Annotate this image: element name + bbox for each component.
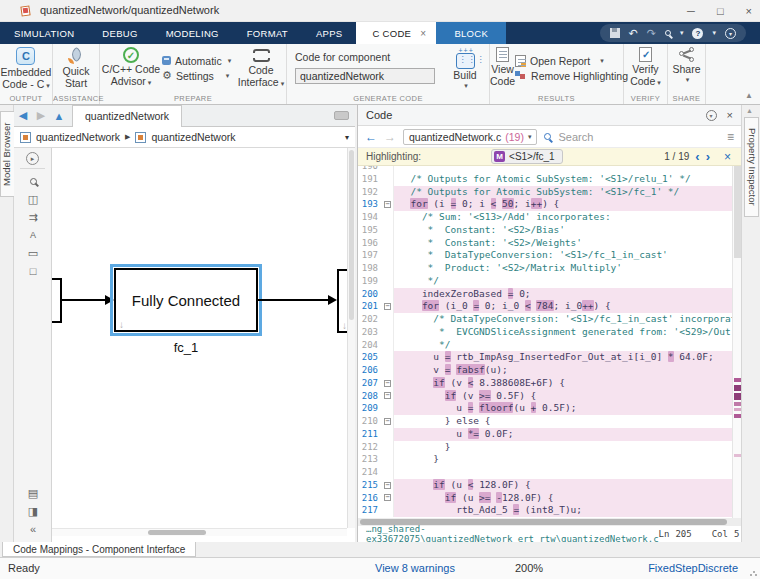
block-name-label[interactable]: fc_1: [114, 340, 258, 355]
dropdown-arrow-icon: ▾: [686, 76, 690, 84]
signal-line[interactable]: [258, 299, 328, 301]
redo-icon[interactable]: ↷: [647, 28, 656, 38]
next-match-icon[interactable]: ›: [706, 152, 710, 162]
navigate-up-icon[interactable]: ▲: [50, 110, 68, 122]
quick-access-toolbar: ↶ ↷ ▾ ? ▾ ▾: [600, 24, 746, 42]
search-icon[interactable]: [665, 30, 671, 36]
component-field[interactable]: [295, 68, 435, 84]
settings-button[interactable]: ⚙ Settings ▾: [162, 68, 236, 83]
navigate-back-icon[interactable]: ◀: [14, 109, 32, 122]
fold-toggle-icon[interactable]: −: [382, 377, 393, 390]
maximize-button[interactable]: □: [717, 5, 724, 17]
undo-icon[interactable]: ↶: [629, 28, 638, 38]
minimize-button[interactable]: ─: [687, 5, 695, 17]
signal-routing-icon[interactable]: ⇉: [14, 208, 52, 226]
code-interface-button[interactable]: Code Interface▾: [236, 44, 286, 96]
collapse-strip-icon[interactable]: ▲: [746, 107, 753, 114]
help-icon[interactable]: ?: [692, 28, 703, 39]
code-menu-icon[interactable]: ≡: [727, 130, 734, 144]
canvas-horizontal-scrollbar[interactable]: [52, 528, 347, 536]
automatic-button[interactable]: Automatic ▾: [162, 53, 236, 68]
tab-block[interactable]: BLOCK: [436, 22, 506, 44]
line-number-gutter: 198: [358, 262, 382, 275]
fully-connected-block[interactable]: Fully Connected ↓: [114, 268, 258, 332]
app-window: quantizedNetwork/quantizedNetwork ─ □ × …: [0, 0, 760, 579]
fold-toggle-icon[interactable]: −: [382, 479, 393, 492]
update-diagram-icon[interactable]: ◨: [14, 502, 52, 520]
build-button[interactable]: Build ▾: [442, 44, 488, 96]
embedded-code-button[interactable]: C Embedded Code - C▾: [1, 44, 52, 96]
screenshot-icon[interactable]: ▤: [14, 484, 52, 502]
tab-c-code[interactable]: C CODE ×: [356, 22, 436, 44]
previous-match-icon[interactable]: ‹: [695, 152, 699, 162]
remove-highlighting-button[interactable]: Remove Highlighting: [515, 68, 628, 83]
resize-grip[interactable]: [750, 569, 757, 576]
breadcrumb-item-current[interactable]: quantizedNetwork: [151, 131, 235, 143]
minimize-ribbon-icon[interactable]: ▲: [745, 91, 753, 100]
group-label-results: RESULTS: [490, 94, 623, 103]
zoom-tool-icon[interactable]: [14, 172, 52, 190]
tab-modeling[interactable]: MODELING: [152, 22, 233, 44]
navigate-forward-icon[interactable]: ▶: [32, 109, 50, 122]
code-mappings-tab[interactable]: Code Mappings - Component Interface: [2, 542, 196, 557]
tab-debug[interactable]: DEBUG: [88, 22, 151, 44]
model-tab[interactable]: quantizedNetwork: [72, 105, 182, 127]
fold-toggle-icon[interactable]: −: [382, 390, 393, 403]
code-advisor-button[interactable]: ✓ C/C++ Code Advisor▾: [100, 44, 162, 96]
model-canvas[interactable]: Fully Connected ↓ fc_1 ↓: [52, 148, 355, 542]
line-label: Ln: [659, 529, 670, 539]
panel-menu-icon[interactable]: ▾: [706, 110, 717, 121]
verify-code-button[interactable]: Verify Code▾: [630, 44, 661, 96]
code-forward-icon[interactable]: →: [384, 130, 396, 144]
fold-toggle-icon[interactable]: −: [382, 198, 393, 211]
view-code-icon: [496, 47, 509, 62]
breadcrumb-item-root[interactable]: quantizedNetwork: [36, 131, 120, 143]
save-icon[interactable]: [610, 28, 620, 38]
highlight-badge[interactable]: M <S1>/fc_1: [491, 149, 563, 164]
line-number-gutter: 213: [358, 453, 382, 466]
quick-start-button[interactable]: Quick Start: [63, 44, 90, 96]
profile-icon[interactable]: ▾: [725, 28, 736, 39]
fold-toggle-icon[interactable]: −: [382, 492, 393, 505]
signal-line[interactable]: [62, 299, 106, 301]
open-report-button[interactable]: Open Report ▾: [515, 53, 628, 68]
canvas-vertical-scrollbar[interactable]: [347, 148, 355, 528]
warnings-link[interactable]: View 8 warnings: [375, 562, 455, 574]
file-path: …ng_shared-ex33672075\quantizedNetwork_e…: [366, 524, 659, 544]
code-line: 203 * EVCGNDSliceAssignment generated fr…: [358, 326, 732, 339]
view-code-button[interactable]: View Code: [490, 44, 515, 96]
code-search-input[interactable]: [558, 131, 688, 143]
tab-overflow-badge[interactable]: [334, 111, 349, 120]
file-selector[interactable]: quantizedNetwork.c (19) ▾: [403, 129, 537, 145]
search-dropdown-icon[interactable]: ▾: [680, 29, 684, 37]
code-vertical-scrollbar[interactable]: [732, 166, 741, 518]
tab-simulation[interactable]: SIMULATION: [0, 22, 88, 44]
code-back-icon[interactable]: ←: [365, 130, 377, 144]
clear-highlighting-icon[interactable]: ×: [724, 150, 731, 164]
show-explorer-icon[interactable]: ▸: [26, 152, 39, 165]
line-number-gutter: 193: [358, 198, 382, 211]
fit-to-view-icon[interactable]: ◫: [14, 190, 52, 208]
breadcrumb-dropdown-icon[interactable]: ▾: [345, 133, 349, 142]
code-editor[interactable]: 190191 /* Outputs for Atomic SubSystem: …: [358, 166, 741, 518]
tab-apps[interactable]: APPS: [302, 22, 357, 44]
fold-toggle-icon[interactable]: −: [382, 300, 393, 313]
close-button[interactable]: ×: [746, 5, 752, 17]
annotation-icon[interactable]: A: [14, 226, 52, 244]
close-code-panel-icon[interactable]: ×: [727, 109, 733, 121]
property-inspector-tab[interactable]: Property Inspector: [744, 117, 759, 217]
share-button[interactable]: Share ▾: [672, 44, 700, 96]
model-browser-tab[interactable]: Model Browser: [0, 111, 14, 197]
solver-name[interactable]: FixedStepDiscrete: [648, 562, 738, 574]
collapse-palette-icon[interactable]: «: [14, 520, 52, 538]
tab-format[interactable]: FORMAT: [233, 22, 302, 44]
build-icon: [456, 53, 475, 69]
arrowhead-icon: [105, 295, 114, 305]
fold-toggle-icon[interactable]: −: [382, 415, 393, 428]
help-dropdown-icon[interactable]: ▾: [712, 29, 716, 37]
line-number-gutter: 206: [358, 364, 382, 377]
area-icon[interactable]: ▭: [14, 244, 52, 262]
viewmark-icon[interactable]: □: [14, 262, 52, 280]
upstream-block-partial[interactable]: [52, 278, 62, 323]
close-c-code-tab-icon[interactable]: ×: [420, 28, 426, 39]
